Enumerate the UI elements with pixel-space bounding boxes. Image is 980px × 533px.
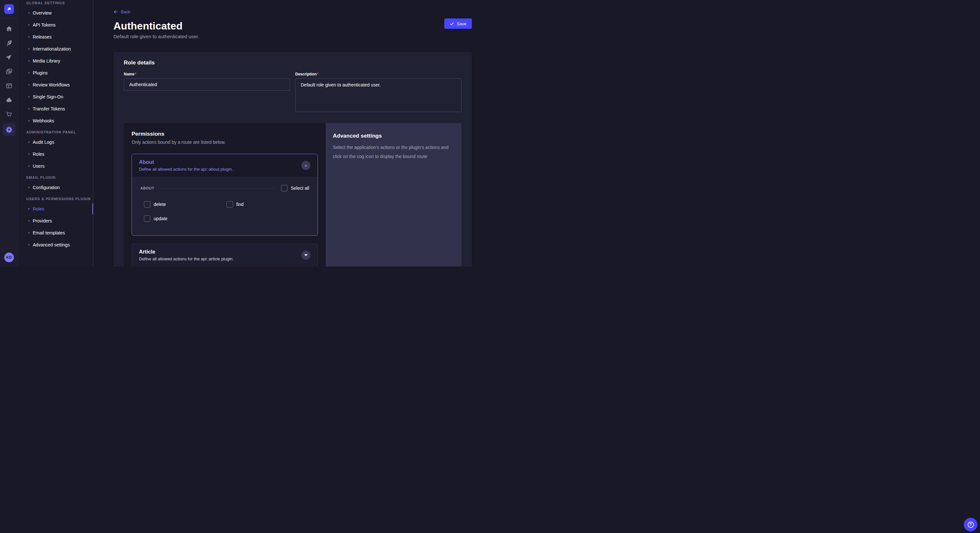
gear-icon[interactable] [3, 123, 16, 136]
page-title: Authenticated [113, 20, 472, 32]
sidebar-item-webhooks[interactable]: Webhooks [18, 116, 93, 125]
advanced-settings-heading: Advanced settings [333, 133, 454, 139]
sidebar-item-label: Advanced settings [33, 242, 70, 247]
page-subtitle: Default role given to authenticated user… [113, 34, 472, 40]
sidebar-item-label: Webhooks [33, 118, 54, 124]
sidebar-item-review-workflows[interactable]: Review Workflows [18, 80, 93, 89]
accordion-about-header[interactable]: About Define all allowed actions for the… [132, 154, 318, 177]
sidebar-item-label: Roles [33, 206, 45, 211]
sidebar-item-label: Roles [33, 152, 45, 157]
permissions-heading: Permissions [132, 131, 318, 137]
layout-icon[interactable] [5, 82, 13, 89]
description-field-group: Description* Default role given to authe… [295, 72, 461, 113]
sidebar-item-configuration[interactable]: Configuration [18, 182, 93, 192]
sidebar-item-audit-logs[interactable]: Audit Logs [18, 137, 93, 147]
name-field-group: Name* [124, 72, 290, 113]
sidebar-item-label: Email templates [33, 230, 65, 235]
sidebar-item-providers[interactable]: Providers [18, 216, 93, 225]
feather-icon[interactable] [5, 40, 13, 47]
bullet-icon [28, 24, 30, 25]
bullet-icon [28, 141, 30, 143]
accordion-article[interactable]: Article Define all allowed actions for t… [132, 244, 318, 266]
action-delete: delete [144, 201, 226, 208]
sidebar-item-advanced-settings[interactable]: Advanced settings [18, 240, 93, 249]
bullet-icon [28, 165, 30, 167]
strapi-logo[interactable] [4, 4, 14, 14]
description-textarea[interactable]: Default role given to authenticated user… [295, 78, 461, 112]
section-header-administration-panel: Administration panel [18, 130, 93, 134]
sidebar-item-label: Plugins [33, 70, 48, 75]
cart-icon[interactable] [5, 111, 13, 118]
find-checkbox[interactable] [226, 201, 233, 208]
sidebar-item-internationalization[interactable]: Internationalization [18, 44, 93, 54]
save-button[interactable]: Save [444, 19, 472, 29]
sidebar-item-admin-roles[interactable]: Roles [18, 149, 93, 159]
update-label[interactable]: update [154, 216, 167, 221]
sidebar-item-label: Review Workflows [33, 82, 70, 87]
delete-label[interactable]: delete [154, 202, 166, 207]
select-all-label[interactable]: Select all [291, 186, 309, 191]
bullet-icon [28, 120, 30, 121]
sidebar-item-label: Transfer Tokens [33, 106, 65, 111]
bullet-icon [28, 36, 30, 38]
role-details-heading: Role details [124, 60, 461, 66]
sidebar-item-plugins[interactable]: Plugins [18, 68, 93, 78]
sidebar-item-overview[interactable]: Overview [18, 8, 93, 17]
select-all-checkbox[interactable] [281, 185, 288, 191]
subject-label: ABOUT [140, 186, 154, 190]
accordion-about-description: Define all allowed actions for the api::… [139, 167, 233, 171]
sidebar-item-up-roles[interactable]: Roles [18, 204, 93, 213]
sidebar-item-users[interactable]: Users [18, 161, 93, 171]
home-icon[interactable] [5, 25, 13, 32]
role-details-card: Role details Name* Description* Default … [113, 52, 472, 266]
paper-plane-icon[interactable] [5, 54, 13, 61]
expand-toggle-button[interactable] [301, 251, 310, 260]
section-header-global-settings: Global settings [18, 1, 93, 5]
bullet-icon [28, 232, 30, 233]
sidebar-item-label: Users [33, 163, 45, 169]
cloud-icon[interactable] [5, 97, 13, 104]
name-input[interactable] [124, 78, 290, 90]
sidebar-item-email-templates[interactable]: Email templates [18, 228, 93, 237]
bullet-icon [28, 154, 30, 155]
back-label: Back [121, 10, 130, 14]
settings-subnav: Global settings Overview API Tokens Rele… [18, 0, 93, 266]
chevron-down-icon [304, 254, 307, 256]
sidebar-item-label: API Tokens [33, 22, 56, 27]
required-asterisk: * [317, 72, 318, 76]
sidebar-item-api-tokens[interactable]: API Tokens [18, 20, 93, 30]
media-library-icon[interactable] [5, 68, 13, 75]
main-content: Back Authenticated Default role given to… [93, 0, 490, 266]
sidebar-item-label: Single Sign-On [33, 94, 63, 99]
save-button-label: Save [457, 21, 466, 26]
find-label[interactable]: find [236, 202, 244, 207]
bullet-icon [28, 220, 30, 222]
collapse-toggle-button[interactable] [301, 161, 310, 170]
sidebar-item-label: Providers [33, 218, 52, 224]
bullet-icon [28, 72, 30, 73]
sidebar-item-releases[interactable]: Releases [18, 32, 93, 41]
name-label: Name* [124, 72, 290, 76]
sidebar-item-label: Overview [33, 10, 51, 16]
bullet-icon [28, 48, 30, 49]
update-checkbox[interactable] [144, 215, 150, 222]
strapi-logo-icon [6, 6, 12, 12]
action-find: find [226, 201, 309, 208]
bullet-icon [28, 108, 30, 109]
required-asterisk: * [135, 72, 137, 76]
sidebar-item-label: Internationalization [33, 46, 71, 51]
bullet-icon [28, 60, 30, 62]
avatar[interactable]: KD [4, 252, 14, 262]
accordion-about-body: ABOUT Select all delete [132, 177, 318, 235]
bullet-icon [28, 208, 30, 209]
description-label: Description* [295, 72, 461, 76]
back-link[interactable]: Back [113, 10, 130, 14]
sidebar-item-label: Releases [33, 34, 51, 40]
sidebar-item-single-sign-on[interactable]: Single Sign-On [18, 92, 93, 102]
accordion-about: About Define all allowed actions for the… [132, 154, 318, 236]
delete-checkbox[interactable] [144, 201, 150, 208]
accordion-about-title: About [139, 159, 233, 165]
divider-line [160, 188, 275, 189]
sidebar-item-media-library[interactable]: Media Library [18, 56, 93, 65]
sidebar-item-transfer-tokens[interactable]: Transfer Tokens [18, 104, 93, 113]
